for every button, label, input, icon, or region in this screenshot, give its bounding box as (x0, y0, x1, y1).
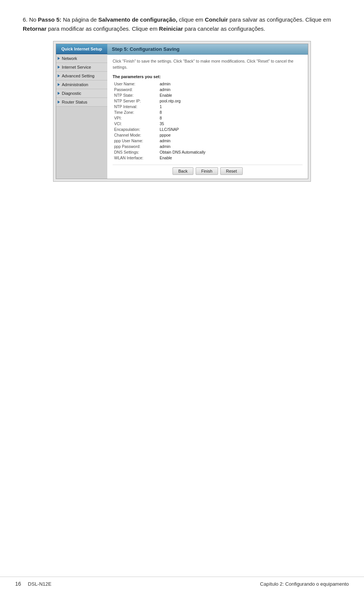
param-value: Obtain DNS Automatically (158, 149, 303, 155)
param-label: Time Zone: (113, 110, 158, 115)
param-label: NTP State: (113, 93, 158, 98)
param-row: ppp User Name:admin (113, 138, 303, 144)
param-label: VPI: (113, 115, 158, 121)
param-row: WLAN Interface:Enable (113, 155, 303, 161)
step-intro: No (29, 16, 38, 23)
param-row: NTP Server IP:pool.ntp.org (113, 98, 303, 104)
param-value: admin (158, 138, 303, 144)
main-header: Step 5: Configuration Saving (107, 44, 308, 55)
param-value: 1 (158, 104, 303, 110)
sidebar-label-advanced-setting: Advanced Setting (62, 74, 94, 78)
sidebar-item-advanced-setting[interactable]: Advanced Setting (56, 72, 107, 80)
params-heading: The parameters you set: (113, 74, 303, 79)
arrow-icon (58, 92, 60, 95)
param-value: Enable (158, 155, 303, 161)
sidebar-item-internet-service[interactable]: Internet Service (56, 63, 107, 72)
sidebar-item-administration[interactable]: Administration (56, 80, 107, 89)
step-bold5: Reiniciar (159, 25, 183, 32)
arrow-icon (58, 74, 60, 77)
param-value: 8 (158, 110, 303, 115)
step-bold1: Passo 5: (38, 16, 61, 23)
page-content: 6. No Passo 5: Na página de Salvamento d… (0, 0, 364, 212)
chapter-title: Capítulo 2: Configurando o equipamento (260, 581, 349, 587)
finish-button[interactable]: Finish (196, 167, 218, 175)
param-label: ppp Password: (113, 144, 158, 149)
main-body: Click "Finish" to save the settings. Cli… (107, 55, 308, 179)
param-label: VCI: (113, 121, 158, 127)
main-content: Step 5: Configuration Saving Click "Fini… (107, 44, 308, 179)
sidebar-label-diagnostic: Diagnostic (62, 91, 81, 96)
arrow-icon (58, 83, 60, 86)
param-row: NTP Interval:1 (113, 104, 303, 110)
step-bold3: Concluir (205, 16, 228, 23)
arrow-icon (58, 57, 60, 60)
sidebar-item-diagnostic[interactable]: Diagnostic (56, 89, 107, 98)
param-label: Password: (113, 87, 158, 93)
param-row: Time Zone:8 (113, 110, 303, 115)
step-mid3: para salvar as configurações. Clique em (228, 16, 331, 23)
param-label: DNS Settings: (113, 149, 158, 155)
sidebar-header: Quick Internet Setup (56, 44, 107, 54)
step-instruction: 6. No Passo 5: Na página de Salvamento d… (23, 15, 341, 33)
reset-button[interactable]: Reset (220, 167, 243, 175)
step-end: para cancelar as configurações. (183, 25, 265, 32)
param-row: VCI:35 (113, 121, 303, 127)
router-ui-screenshot: Quick Internet Setup Network Internet Se… (53, 41, 311, 182)
step-mid2: clique em (177, 16, 205, 23)
sidebar-label-router-status: Router Status (62, 100, 87, 104)
param-row: User Name:admin (113, 81, 303, 87)
step-mid4: para modificar as configurações. Clique … (47, 25, 159, 32)
button-row: Back Finish Reset (113, 165, 303, 175)
param-row: VPI:8 (113, 115, 303, 121)
back-button[interactable]: Back (173, 167, 193, 175)
param-label: NTP Interval: (113, 104, 158, 110)
router-inner: Quick Internet Setup Network Internet Se… (56, 44, 308, 179)
product-name: DSL-N12E (28, 581, 52, 587)
sidebar: Quick Internet Setup Network Internet Se… (56, 44, 107, 179)
param-value: admin (158, 81, 303, 87)
param-value: admin (158, 144, 303, 149)
param-label: Encapsulation: (113, 127, 158, 132)
footer-left: 16 DSL-N12E (15, 581, 52, 587)
param-value: pppoe (158, 132, 303, 138)
sidebar-label-internet-service: Internet Service (62, 65, 91, 69)
param-label: NTP Server IP: (113, 98, 158, 104)
params-table: User Name:adminPassword:adminNTP State:E… (113, 81, 303, 161)
param-label: ppp User Name: (113, 138, 158, 144)
sidebar-label-network: Network (62, 56, 77, 61)
param-value: admin (158, 87, 303, 93)
param-value: pool.ntp.org (158, 98, 303, 104)
param-row: Channel Mode:pppoe (113, 132, 303, 138)
param-label: User Name: (113, 81, 158, 87)
param-row: DNS Settings:Obtain DNS Automatically (113, 149, 303, 155)
step-number: 6. (23, 16, 28, 23)
param-row: NTP State:Enable (113, 93, 303, 98)
param-row: Encapsulation:LLC/SNAP (113, 127, 303, 132)
param-row: Password:admin (113, 87, 303, 93)
param-label: WLAN Interface: (113, 155, 158, 161)
sidebar-item-network[interactable]: Network (56, 54, 107, 63)
param-value: 35 (158, 121, 303, 127)
sidebar-item-router-status[interactable]: Router Status (56, 98, 107, 107)
page-number: 16 (15, 581, 21, 587)
page-footer: 16 DSL-N12E Capítulo 2: Configurando o e… (0, 577, 364, 591)
param-value: 8 (158, 115, 303, 121)
step-bold4: Retornar (23, 25, 47, 32)
param-row: ppp Password:admin (113, 144, 303, 149)
param-label: Channel Mode: (113, 132, 158, 138)
arrow-icon (58, 66, 60, 69)
step-bold2: Salvamento de configuração, (98, 16, 177, 23)
step-mid1: Na página de (61, 16, 99, 23)
section-description: Click "Finish" to save the settings. Cli… (113, 58, 303, 71)
sidebar-label-administration: Administration (62, 82, 88, 87)
param-value: LLC/SNAP (158, 127, 303, 132)
arrow-icon (58, 101, 60, 104)
param-value: Enable (158, 93, 303, 98)
